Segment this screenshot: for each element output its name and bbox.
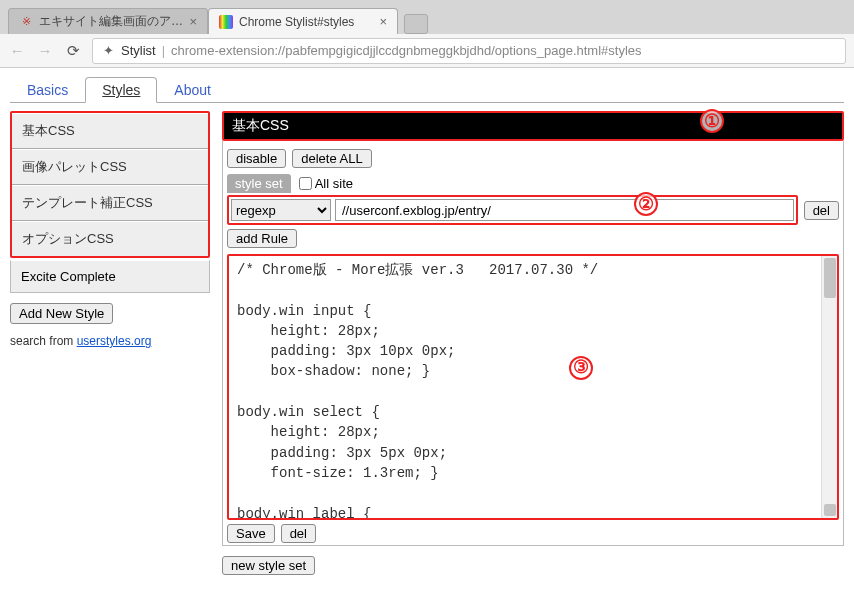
url-separator: |	[162, 43, 165, 58]
delete-all-button[interactable]: delete ALL	[292, 149, 371, 168]
main-area: 基本CSS 画像パレットCSS テンプレート補正CSS オプションCSS Exc…	[10, 111, 844, 575]
all-site-checkbox-wrap[interactable]: All site	[299, 176, 353, 191]
sidebar-item-1[interactable]: 画像パレットCSS	[12, 149, 208, 185]
rule-row: regexp ② del	[227, 195, 839, 225]
favicon-icon: ※	[19, 15, 33, 29]
all-site-label: All site	[315, 176, 353, 191]
new-style-set-button[interactable]: new style set	[222, 556, 315, 575]
search-userstyles: search from userstyles.org	[10, 334, 210, 348]
sidebar-item-excite[interactable]: Excite Complete	[10, 260, 210, 293]
close-icon[interactable]: ×	[189, 14, 197, 29]
tab-title: エキサイト編集画面のアレン	[39, 13, 183, 30]
browser-tab-1[interactable]: Chrome Stylist#styles ×	[208, 8, 398, 34]
new-tab-button[interactable]	[404, 14, 428, 34]
close-icon[interactable]: ×	[379, 14, 387, 29]
annotation-3: ③	[569, 356, 593, 380]
disable-button[interactable]: disable	[227, 149, 286, 168]
tab-basics[interactable]: Basics	[10, 77, 85, 103]
omnibox[interactable]: ✦ Stylist | chrome-extension://pabfempgi…	[92, 38, 846, 64]
forward-icon[interactable]: →	[36, 42, 54, 60]
rule-del-button[interactable]: del	[804, 201, 839, 220]
tab-styles[interactable]: Styles	[85, 77, 157, 103]
style-title-bar: 基本CSS ①	[222, 111, 844, 141]
code-scrollbar[interactable]	[821, 256, 837, 518]
sidebar-item-2[interactable]: テンプレート補正CSS	[12, 185, 208, 221]
chrome-header: ※ エキサイト編集画面のアレン × Chrome Stylist#styles …	[0, 0, 854, 68]
nav-bar: ← → ⟳ ✦ Stylist | chrome-extension://pab…	[0, 34, 854, 68]
tab-title: Chrome Stylist#styles	[239, 15, 373, 29]
userstyles-link[interactable]: userstyles.org	[77, 334, 152, 348]
save-button[interactable]: Save	[227, 524, 275, 543]
title-buttons: disable delete ALL	[227, 149, 839, 168]
editor-panel: 基本CSS ① disable delete ALL style set All…	[222, 111, 844, 575]
style-set-bar: style set All site	[227, 174, 839, 193]
sidebar-item-3[interactable]: オプションCSS	[12, 221, 208, 256]
tab-about[interactable]: About	[157, 77, 228, 103]
style-title: 基本CSS	[232, 117, 289, 133]
style-list: 基本CSS 画像パレットCSS テンプレート補正CSS オプションCSS	[10, 111, 210, 258]
search-prefix: search from	[10, 334, 77, 348]
top-tabs: Basics Styles About	[10, 76, 844, 103]
code-editor[interactable]: /* Chrome版 - More拡張 ver.3 2017.07.30 */ …	[227, 254, 839, 520]
rule-input[interactable]	[335, 199, 794, 221]
del-button[interactable]: del	[281, 524, 316, 543]
style-set-label: style set	[227, 174, 291, 193]
sidebar-item-0[interactable]: 基本CSS	[12, 113, 208, 149]
add-rule-button[interactable]: add Rule	[227, 229, 297, 248]
annotation-1: ①	[700, 109, 724, 133]
scroll-thumb[interactable]	[824, 258, 836, 298]
reload-icon[interactable]: ⟳	[64, 42, 82, 60]
back-icon[interactable]: ←	[8, 42, 26, 60]
page-body: Basics Styles About 基本CSS 画像パレットCSS テンプレ…	[0, 68, 854, 583]
favicon-icon	[219, 15, 233, 29]
rule-type-select[interactable]: regexp	[231, 199, 331, 221]
code-text: /* Chrome版 - More拡張 ver.3 2017.07.30 */ …	[237, 262, 598, 520]
url-title: Stylist	[121, 43, 156, 58]
add-new-style-button[interactable]: Add New Style	[10, 303, 113, 324]
tab-strip: ※ エキサイト編集画面のアレン × Chrome Stylist#styles …	[0, 0, 854, 34]
extension-icon: ✦	[101, 44, 115, 58]
rule-box: regexp ②	[227, 195, 798, 225]
browser-tab-0[interactable]: ※ エキサイト編集画面のアレン ×	[8, 8, 208, 34]
sidebar: 基本CSS 画像パレットCSS テンプレート補正CSS オプションCSS Exc…	[10, 111, 210, 575]
url-path: chrome-extension://pabfempgigicdjjlccdgn…	[171, 43, 641, 58]
all-site-checkbox[interactable]	[299, 177, 312, 190]
scroll-corner	[824, 504, 836, 516]
